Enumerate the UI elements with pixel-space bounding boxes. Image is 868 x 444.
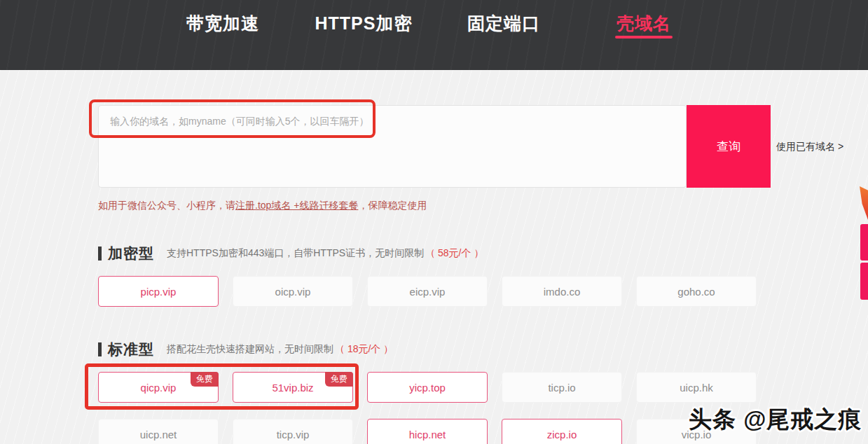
notice-prefix: 如用于微信公众号、小程序，请 — [98, 200, 235, 211]
domain-card-goho-co[interactable]: goho.co — [636, 276, 757, 307]
domain-row-standard-1: 免费 qicp.vip 免费 51vip.biz yicp.top ticp.i… — [98, 372, 771, 403]
domain-card-ticp-io[interactable]: ticp.io — [502, 372, 622, 403]
domain-name: ticp.io — [548, 382, 575, 394]
domain-name: hicp.net — [409, 429, 446, 440]
domain-name: goho.co — [677, 286, 715, 298]
domain-card-qicp-vip[interactable]: 免费 qicp.vip — [98, 372, 219, 403]
section-encrypted-header: 加密型 支持HTTPS加密和443端口，自带HTTPS证书，无时间限制 （ 58… — [98, 244, 483, 263]
domain-card-imdo-co[interactable]: imdo.co — [502, 276, 622, 307]
domain-name: imdo.co — [544, 286, 581, 298]
domain-card-eicp-vip[interactable]: eicp.vip — [367, 276, 488, 307]
register-top-domain-link[interactable]: 注册.top域名 +线路迁移套餐 — [235, 200, 358, 211]
domain-card-oicp-vip[interactable]: oicp.vip — [233, 276, 353, 307]
domain-card-51vip-biz[interactable]: 免费 51vip.biz — [233, 372, 353, 403]
domain-card-hicp-net[interactable]: hicp.net — [367, 419, 488, 444]
section-title: 标准型 — [108, 340, 154, 359]
toutiao-watermark: 头条 @尾戒之痕 — [689, 404, 862, 436]
free-badge: 免费 — [191, 372, 219, 387]
domain-card-uicp-hk[interactable]: uicp.hk — [636, 372, 757, 403]
section-title: 加密型 — [108, 244, 154, 263]
nav-tab-fixed-port[interactable]: 固定端口 — [467, 12, 540, 35]
domain-name: qicp.vip — [141, 382, 177, 394]
section-marker — [98, 342, 102, 356]
free-badge: 免费 — [325, 372, 353, 387]
nav-tab-shell-domain[interactable]: 壳域名 — [616, 12, 671, 35]
domain-name: yicp.top — [409, 382, 446, 394]
floating-sidebar-item-1[interactable] — [860, 224, 868, 261]
floating-flag-icon — [860, 186, 868, 220]
domain-name: eicp.vip — [410, 286, 446, 298]
domain-card-yicp-top[interactable]: yicp.top — [367, 372, 488, 403]
domain-name: 51vip.biz — [272, 382, 313, 394]
use-existing-domain-link[interactable]: 使用已有域名 > — [776, 141, 843, 153]
domain-name: picp.vip — [141, 286, 177, 298]
section-price: （ 58元/个 ） — [425, 247, 483, 260]
floating-sidebar-item-2[interactable] — [860, 263, 868, 300]
domain-name: uicp.net — [140, 429, 177, 440]
section-marker — [98, 247, 102, 261]
domain-card-uicp-net[interactable]: uicp.net — [98, 419, 219, 444]
domain-row-encrypted: picp.vip oicp.vip eicp.vip imdo.co goho.… — [98, 276, 771, 307]
domain-search-input[interactable] — [98, 105, 687, 188]
nav-tab-https[interactable]: HTTPS加密 — [315, 12, 413, 35]
wechat-notice: 如用于微信公众号、小程序，请注册.top域名 +线路迁移套餐，保障稳定使用 — [98, 200, 427, 212]
domain-card-ticp-vip[interactable]: ticp.vip — [233, 419, 353, 444]
notice-suffix: ，保障稳定使用 — [358, 200, 427, 211]
page: 带宽加速 HTTPS加密 固定端口 壳域名 查询 使用已有域名 > 如用于微信公… — [0, 0, 868, 444]
section-standard-header: 标准型 搭配花生壳快速搭建网站，无时间限制 （ 18元/个 ） — [98, 340, 393, 359]
domain-card-picp-vip[interactable]: picp.vip — [98, 276, 219, 307]
domain-name: uicp.hk — [680, 382, 713, 394]
section-desc: 支持HTTPS加密和443端口，自带HTTPS证书，无时间限制 — [167, 247, 424, 260]
nav-tab-label: 壳域名 — [616, 13, 671, 33]
query-button[interactable]: 查询 — [687, 105, 771, 188]
top-nav-bar: 带宽加速 HTTPS加密 固定端口 壳域名 — [0, 0, 868, 70]
domain-card-zicp-io[interactable]: zicp.io — [502, 419, 622, 444]
domain-row-standard-2: uicp.net ticp.vip hicp.net zicp.io vicp.… — [98, 419, 771, 444]
section-desc: 搭配花生壳快速搭建网站，无时间限制 — [167, 343, 333, 356]
nav-tab-bandwidth[interactable]: 带宽加速 — [186, 12, 259, 35]
domain-name: oicp.vip — [275, 286, 311, 298]
domain-name: zicp.io — [547, 429, 577, 440]
main-content: 查询 使用已有域名 > 如用于微信公众号、小程序，请注册.top域名 +线路迁移… — [0, 70, 868, 444]
section-price: （ 18元/个 ） — [335, 343, 393, 356]
active-tab-underline — [615, 36, 673, 39]
domain-name: ticp.vip — [277, 429, 310, 440]
